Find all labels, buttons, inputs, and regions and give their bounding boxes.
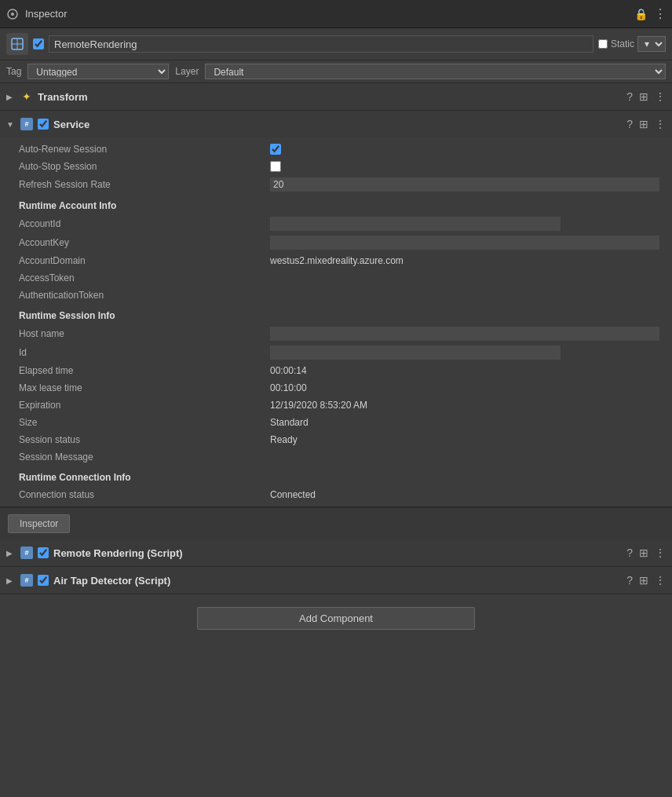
service-active-checkbox[interactable] xyxy=(38,119,49,130)
service-header[interactable]: ▼ # Service ? ⊞ ⋮ xyxy=(0,111,672,137)
transform-sliders-icon[interactable]: ⊞ xyxy=(639,90,648,103)
transform-header[interactable]: ▶ ✦ Transform ? ⊞ ⋮ xyxy=(0,83,672,110)
title-bar-actions: 🔒 ⋮ xyxy=(634,6,666,21)
lock-icon[interactable]: 🔒 xyxy=(634,8,648,20)
elapsed-time-row: Elapsed time 00:00:14 xyxy=(0,362,672,379)
account-id-input[interactable] xyxy=(270,217,561,231)
transform-help-icon[interactable]: ? xyxy=(626,90,633,103)
service-body: Auto-Renew Session Auto-Stop Session Ref… xyxy=(0,137,672,506)
gameobject-active-checkbox[interactable] xyxy=(33,38,44,49)
air-tap-script-arrow[interactable]: ▶ xyxy=(6,576,16,585)
expiration-label: Expiration xyxy=(19,400,270,411)
session-status-label: Session status xyxy=(19,434,270,445)
connection-status-row: Connection status Connected xyxy=(0,486,672,503)
session-message-row: Session Message xyxy=(0,448,672,466)
remote-rendering-script-sliders-icon[interactable]: ⊞ xyxy=(639,547,648,559)
transform-more-icon[interactable]: ⋮ xyxy=(655,90,666,103)
service-more-icon[interactable]: ⋮ xyxy=(655,118,666,130)
session-message-label: Session Message xyxy=(19,452,270,462)
remote-rendering-script-title: Remote Rendering (Script) xyxy=(53,547,622,559)
auto-stop-row: Auto-Stop Session xyxy=(0,158,672,175)
more-icon[interactable]: ⋮ xyxy=(654,6,666,21)
tag-select[interactable]: Untagged xyxy=(27,64,169,79)
air-tap-script-help-icon[interactable]: ? xyxy=(626,574,633,587)
auto-renew-row: Auto-Renew Session xyxy=(0,141,672,158)
service-component: ▼ # Service ? ⊞ ⋮ Auto-Renew Session Aut… xyxy=(0,111,672,507)
svg-point-1 xyxy=(11,13,14,16)
auto-renew-label: Auto-Renew Session xyxy=(19,144,270,155)
id-row: Id xyxy=(0,343,672,362)
host-name-label: Host name xyxy=(19,328,270,339)
size-value: Standard xyxy=(270,417,659,428)
transform-arrow[interactable]: ▶ xyxy=(6,93,16,101)
account-id-row: AccountId xyxy=(0,214,672,233)
auto-stop-checkbox[interactable] xyxy=(270,161,281,172)
service-hash-icon: # xyxy=(20,118,33,130)
remote-rendering-script-more-icon[interactable]: ⋮ xyxy=(655,547,666,559)
tag-label: Tag xyxy=(6,66,21,77)
remote-rendering-script-hash-icon: # xyxy=(20,547,33,559)
add-component-button[interactable]: Add Component xyxy=(197,607,475,630)
tag-layer-row: Tag Untagged Layer Default xyxy=(0,60,672,83)
static-row: Static ▾ xyxy=(598,36,666,52)
static-checkbox[interactable] xyxy=(598,39,608,49)
auto-renew-checkbox[interactable] xyxy=(270,144,281,155)
auth-token-row: AuthenticationToken xyxy=(0,287,672,304)
size-label: Size xyxy=(19,417,270,428)
remote-rendering-script-active-checkbox[interactable] xyxy=(38,547,49,558)
expiration-value: 12/19/2020 8:53:20 AM xyxy=(270,400,659,411)
service-arrow[interactable]: ▼ xyxy=(6,120,16,129)
title-bar: Inspector 🔒 ⋮ xyxy=(0,0,672,28)
runtime-session-section: Runtime Session Info xyxy=(0,304,672,324)
add-component-area: Add Component xyxy=(0,594,672,642)
remote-rendering-script-header[interactable]: ▶ # Remote Rendering (Script) ? ⊞ ⋮ xyxy=(0,539,672,566)
runtime-account-section: Runtime Account Info xyxy=(0,194,672,214)
session-status-value: Ready xyxy=(270,434,659,445)
account-key-label: AccountKey xyxy=(19,237,270,248)
elapsed-time-value: 00:00:14 xyxy=(270,365,659,376)
auto-stop-label: Auto-Stop Session xyxy=(19,161,270,172)
refresh-rate-label: Refresh Session Rate xyxy=(19,179,270,190)
expiration-row: Expiration 12/19/2020 8:53:20 AM xyxy=(0,397,672,414)
size-row: Size Standard xyxy=(0,414,672,431)
air-tap-script-more-icon[interactable]: ⋮ xyxy=(655,574,666,587)
account-domain-label: AccountDomain xyxy=(19,255,270,266)
max-lease-label: Max lease time xyxy=(19,382,270,393)
transform-component: ▶ ✦ Transform ? ⊞ ⋮ xyxy=(0,83,672,111)
connection-status-value: Connected xyxy=(270,489,659,500)
air-tap-script-title: Air Tap Detector (Script) xyxy=(53,575,622,587)
gameobject-header: Static ▾ xyxy=(0,28,672,60)
host-name-input[interactable] xyxy=(270,327,659,341)
service-actions: ? ⊞ ⋮ xyxy=(626,118,666,130)
static-dropdown[interactable]: ▾ xyxy=(637,36,666,52)
remote-rendering-script-help-icon[interactable]: ? xyxy=(626,547,633,559)
air-tap-script-sliders-icon[interactable]: ⊞ xyxy=(639,574,648,587)
static-label: Static xyxy=(611,38,634,49)
air-tap-script-component: ▶ # Air Tap Detector (Script) ? ⊞ ⋮ xyxy=(0,567,672,594)
service-sliders-icon[interactable]: ⊞ xyxy=(639,118,648,130)
gameobject-name-input[interactable] xyxy=(49,35,593,53)
account-domain-row: AccountDomain westus2.mixedreality.azure… xyxy=(0,252,672,269)
refresh-rate-input[interactable] xyxy=(270,177,659,192)
connection-status-label: Connection status xyxy=(19,489,270,500)
air-tap-script-active-checkbox[interactable] xyxy=(38,575,49,586)
layer-label: Layer xyxy=(175,66,199,77)
account-id-label: AccountId xyxy=(19,218,270,229)
layer-select[interactable]: Default xyxy=(205,64,666,79)
host-name-row: Host name xyxy=(0,324,672,343)
runtime-connection-section: Runtime Connection Info xyxy=(0,466,672,486)
transform-actions: ? ⊞ ⋮ xyxy=(626,90,666,103)
id-label: Id xyxy=(19,347,270,358)
access-token-row: AccessToken xyxy=(0,269,672,287)
elapsed-time-label: Elapsed time xyxy=(19,365,270,376)
id-input[interactable] xyxy=(270,345,561,360)
remote-rendering-script-arrow[interactable]: ▶ xyxy=(6,549,16,558)
air-tap-script-header[interactable]: ▶ # Air Tap Detector (Script) ? ⊞ ⋮ xyxy=(0,567,672,594)
refresh-rate-row: Refresh Session Rate xyxy=(0,175,672,194)
window-title: Inspector xyxy=(25,8,628,20)
service-help-icon[interactable]: ? xyxy=(626,118,633,130)
account-key-input[interactable] xyxy=(270,236,659,250)
inspector-window-icon xyxy=(6,8,19,20)
gameobject-icon xyxy=(6,33,28,55)
inspector-tab-button[interactable]: Inspector xyxy=(8,514,70,533)
